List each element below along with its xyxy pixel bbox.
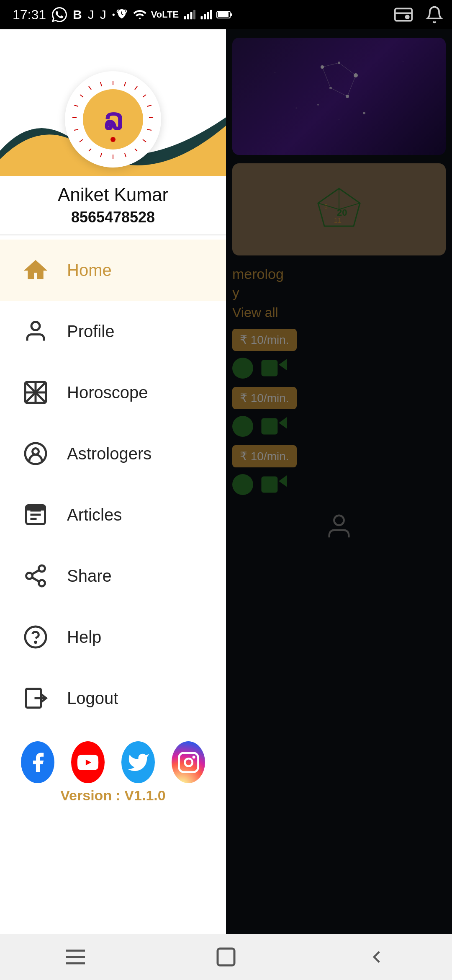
j-icon2: J [100,8,106,22]
status-bar-right: VoLTE [115,8,232,22]
wifi-icon [133,8,147,22]
home-label: Home [67,261,112,280]
b-icon: B [73,8,82,22]
app-logo: ລ [71,77,155,161]
battery-icon [216,10,232,20]
social-links-row [0,729,226,787]
help-icon [21,622,50,652]
svg-point-50 [39,565,45,572]
svg-rect-5 [193,10,195,20]
menu-item-profile[interactable]: Profile [0,301,226,362]
svg-point-37 [31,322,40,330]
profile-label: Profile [67,322,114,341]
signal1-icon [183,8,195,21]
menu-item-horoscope[interactable]: Horoscope [0,362,226,423]
astrologers-icon [21,439,50,468]
horoscope-icon [21,378,50,407]
avatar-ring: ລ [65,71,161,168]
horoscope-label: Horoscope [67,383,148,402]
svg-rect-89 [218,949,234,965]
alarm-icon [115,8,128,21]
svg-rect-11 [218,12,229,17]
logout-label: Logout [67,689,118,708]
status-bar-left: 17:31 B J J • [13,7,115,23]
svg-rect-60 [179,753,198,772]
drawer-menu: ລ Aniket Kumar 8565478528 Home [0,0,226,980]
signal2-icon [200,8,212,21]
nav-home-button[interactable] [201,940,251,974]
menu-item-help[interactable]: Help [0,606,226,668]
svg-rect-3 [187,14,189,20]
drawer-header: ລ Aniket Kumar 8565478528 [0,0,226,235]
profile-icon [21,317,50,346]
nav-menu-button[interactable] [50,940,100,974]
drawer-overlay[interactable] [226,29,452,934]
help-label: Help [67,628,101,647]
avatar-container: ລ [65,71,161,168]
user-name: Aniket Kumar [0,184,226,205]
svg-rect-4 [190,12,193,20]
drawer-menu-list: Home Profile Ho [0,235,226,980]
svg-point-63 [406,15,409,18]
menu-item-share[interactable]: Share [0,545,226,606]
svg-rect-6 [201,16,203,20]
time-display: 17:31 [13,7,46,23]
notification-icon[interactable] [425,5,444,24]
svg-rect-2 [184,16,186,20]
svg-rect-49 [26,505,45,511]
twitter-button[interactable] [121,741,155,783]
svg-text:ລ: ລ [104,103,123,136]
svg-rect-9 [210,10,212,20]
whatsapp-icon [52,7,67,22]
svg-line-54 [32,570,39,574]
version-label: Version : V1.1.0 [0,787,226,812]
j-icon1: J [88,8,94,22]
menu-item-articles[interactable]: Articles [0,484,226,545]
svg-line-19 [149,117,153,118]
logout-icon [21,683,50,713]
home-icon [21,255,50,285]
svg-line-53 [32,578,39,582]
wallet-icon[interactable] [394,5,413,24]
instagram-button[interactable] [172,741,205,783]
articles-icon [21,500,50,529]
svg-point-52 [39,580,45,586]
svg-point-51 [26,573,33,579]
facebook-button[interactable] [21,741,54,783]
share-label: Share [67,567,112,585]
bottom-navigation [0,934,452,980]
svg-rect-62 [395,8,412,21]
svg-point-36 [110,137,116,142]
articles-label: Articles [67,505,122,524]
youtube-button[interactable] [71,741,105,783]
astrologers-label: Astrologers [67,444,152,463]
main-top-bar [226,0,452,29]
svg-rect-8 [207,12,209,20]
menu-item-logout[interactable]: Logout [0,668,226,729]
share-icon [21,561,50,591]
menu-item-astrologers[interactable]: Astrologers [0,423,226,484]
nav-back-button[interactable] [352,940,402,974]
svg-rect-7 [204,14,206,20]
dot-icon: • [112,10,115,20]
user-info: Aniket Kumar 8565478528 [0,184,226,226]
svg-rect-12 [231,13,232,16]
volte-icon: VoLTE [151,9,179,20]
status-bar: 17:31 B J J • VoLTE [0,0,226,29]
user-phone: 8565478528 [0,209,226,226]
menu-item-home[interactable]: Home [0,240,226,301]
